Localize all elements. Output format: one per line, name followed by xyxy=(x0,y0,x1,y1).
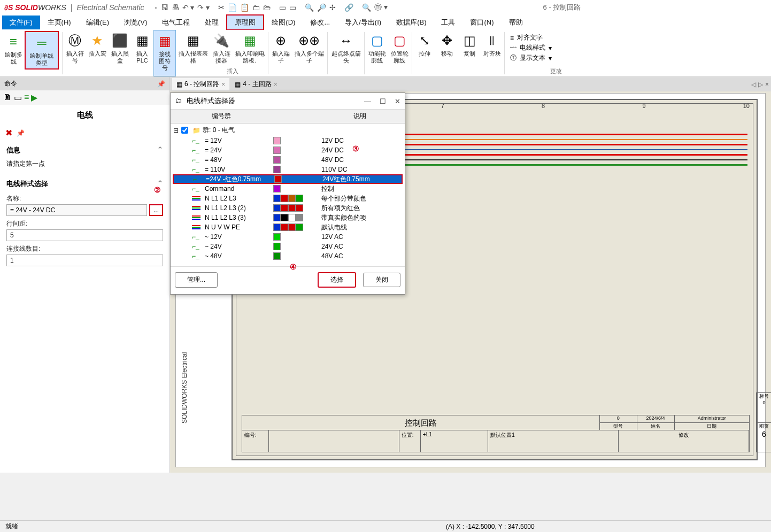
qat-zoom2-icon[interactable]: 🔎 xyxy=(317,3,326,12)
tab-main-circuit[interactable]: ▦4 - 主回路× xyxy=(230,78,281,90)
qat-paste-icon[interactable]: 📋 xyxy=(240,3,249,12)
wire-style-item[interactable]: ⌐_~ 12V12V AC xyxy=(173,232,403,242)
qat-print-icon[interactable]: 🖶 xyxy=(172,3,179,12)
cancel-icon[interactable]: ✖ xyxy=(5,128,12,138)
qat-more-icon[interactable]: ⓜ ▾ xyxy=(374,3,388,12)
qat-redo-icon[interactable]: ↷ ▾ xyxy=(197,3,210,12)
wire-style-item[interactable]: ⌐_=24V -红色0.75mm24V红色0.75mm xyxy=(173,174,403,184)
tab-control-circuit[interactable]: ▦6 - 控制回路× xyxy=(172,78,229,90)
wire-style-item[interactable]: ⌐_~ 24V24V AC xyxy=(173,242,403,251)
menu-database[interactable]: 数据库(B) xyxy=(389,16,434,29)
ribbon-insert-blackbox[interactable]: ⬛插入黑盒 xyxy=(109,30,131,76)
close-button[interactable]: 关闭 xyxy=(363,273,400,287)
close-icon[interactable]: × xyxy=(221,81,225,88)
ribbon-show-text[interactable]: Ⓣ显示文本▾ xyxy=(510,53,552,63)
ribbon-align[interactable]: ⫴对齐块 xyxy=(481,30,503,76)
ribbon-insert-symbol[interactable]: Ⓜ插入符号 xyxy=(64,30,86,76)
close-dialog-icon[interactable]: ✕ xyxy=(395,97,400,105)
root-checkbox[interactable] xyxy=(181,127,188,134)
wire-style-item[interactable]: ⌐_= 24V24V DC xyxy=(173,145,403,155)
close-icon[interactable]: × xyxy=(274,81,277,88)
wire-style-item[interactable]: N L1 L2 L3每个部分带颜色 xyxy=(173,194,403,203)
menu-help[interactable]: 帮助 xyxy=(502,16,530,29)
qat-undo-icon[interactable]: ↶ ▾ xyxy=(182,3,195,12)
tree-root[interactable]: ⊟ 📁 群: 0 - 电气 xyxy=(173,125,403,136)
ribbon-draw-single[interactable]: ═ 绘制单线类型 xyxy=(25,31,59,70)
qat-copy-icon[interactable]: 📄 xyxy=(228,3,237,12)
panel-tool3-icon[interactable]: ≡ xyxy=(24,92,29,103)
tab-next-icon[interactable]: ▷ xyxy=(758,81,763,88)
minimize-icon[interactable]: — xyxy=(364,97,371,105)
panel-tool2-icon[interactable]: ▭ xyxy=(14,92,22,103)
wire-style-item[interactable]: ⌐_~ 48V48V AC xyxy=(173,251,403,261)
qat-new-icon[interactable]: ▫ xyxy=(155,3,158,12)
browse-button[interactable]: ... xyxy=(149,204,163,216)
menu-drawing[interactable]: 绘图(D) xyxy=(264,16,303,29)
tab-close-icon[interactable]: × xyxy=(765,81,769,88)
select-button[interactable]: 选择 xyxy=(318,272,356,288)
name-field[interactable]: = 24V - 24V DC xyxy=(6,204,147,216)
count-field[interactable] xyxy=(6,255,163,266)
menu-modify[interactable]: 修改... xyxy=(303,16,337,29)
collapse-icon[interactable]: ⌃ xyxy=(157,145,163,155)
ribbon-draw-multi[interactable]: ≡ 绘制多线 xyxy=(2,31,25,70)
connector-icon: 🔌 xyxy=(213,32,230,49)
qat-cut-icon[interactable]: ✂ xyxy=(218,3,225,12)
expand-icon[interactable]: ⊟ xyxy=(173,127,179,134)
menu-schematic[interactable]: 原理图 xyxy=(226,14,264,30)
wire-type-icon: ⌐_ xyxy=(192,147,202,153)
menu-file[interactable]: 文件(F) xyxy=(2,16,40,29)
lock-icon[interactable]: 📌 xyxy=(17,129,25,137)
wire-style-desc: 每个部分带颜色 xyxy=(321,194,403,203)
menu-browse[interactable]: 浏览(V) xyxy=(117,16,155,29)
menu-home[interactable]: 主页(H) xyxy=(40,16,79,29)
ribbon-pos-outline[interactable]: ▢位置轮廓线 xyxy=(388,30,411,76)
wire-style-item[interactable]: ⌐_Command控制 xyxy=(173,184,403,194)
wire-style-desc: 24V红色0.75mm xyxy=(322,175,402,184)
qat-save-icon[interactable]: 🖫 xyxy=(161,3,168,12)
dialog-titlebar[interactable]: 🗂 电线样式选择器 — ☐ ✕ xyxy=(171,93,405,110)
spacing-field[interactable] xyxy=(6,229,163,241)
wire-style-item[interactable]: N U V W PE默认电线 xyxy=(173,222,403,232)
wire-style-item[interactable]: ⌐_= 12V12V DC xyxy=(173,136,403,145)
ribbon-func-outline[interactable]: ▢功能轮廓线 xyxy=(366,30,388,76)
ribbon-insert-terminal[interactable]: ⊕插入端子 xyxy=(269,30,292,76)
menu-window[interactable]: 窗口(N) xyxy=(462,16,501,29)
qat-link-icon[interactable]: 🔗 xyxy=(344,3,353,12)
ribbon-insert-plc[interactable]: ▦插入PLC xyxy=(131,30,153,76)
menu-tools[interactable]: 工具 xyxy=(434,16,462,29)
menu-edit[interactable]: 编辑(E) xyxy=(79,16,117,29)
qat-tool2-icon[interactable]: 🗁 xyxy=(263,3,271,12)
wire-style-item[interactable]: ⌐_= 48V48V DC xyxy=(173,155,403,165)
ribbon-insert-multi-terminal[interactable]: ⊕⊕插入多个端子 xyxy=(292,30,326,76)
ribbon-wire-style[interactable]: 〰电线样式▾ xyxy=(510,43,552,52)
panel-tool1-icon[interactable]: 🗎 xyxy=(3,92,12,103)
wire-style-item[interactable]: ⌐_= 110V110V DC xyxy=(173,165,403,174)
qat-zoom-icon[interactable]: 🔍 xyxy=(305,3,314,12)
align-icon: ⫴ xyxy=(483,32,500,49)
qat-rect-icon[interactable]: ▭ xyxy=(279,3,286,12)
ribbon-wire-symbol[interactable]: ▦接线图符号 xyxy=(153,30,176,76)
menu-process[interactable]: 处理 xyxy=(197,16,226,29)
ribbon-stretch[interactable]: ⤡拉伸 xyxy=(413,30,436,76)
qat-tool1-icon[interactable]: 🗀 xyxy=(252,3,260,12)
qat-search-icon[interactable]: 🔍 xyxy=(362,3,371,12)
menu-elec[interactable]: 电气工程 xyxy=(155,16,197,29)
qat-tool3-icon[interactable]: ▭ xyxy=(289,3,296,12)
wire-style-item[interactable]: N L1 L2 L3 (3)带真实颜色的项 xyxy=(173,213,403,222)
ribbon-insert-macro[interactable]: ★插入宏 xyxy=(86,30,109,76)
ribbon-align-text[interactable]: ≡对齐文字 xyxy=(510,33,552,42)
table-icon: ▦ xyxy=(184,32,202,49)
ribbon-move[interactable]: ✥移动 xyxy=(436,30,458,76)
ribbon-copy[interactable]: ◫复制 xyxy=(458,30,481,76)
color-swatches xyxy=(273,185,321,192)
ribbon-origin-point[interactable]: ↔起点终点箭头 xyxy=(329,30,363,76)
wire-style-item[interactable]: N L1 L2 L3 (2)所有项为红色 xyxy=(173,203,403,213)
maximize-icon[interactable]: ☐ xyxy=(380,97,386,105)
panel-play-icon[interactable]: ▶ xyxy=(31,92,37,103)
tab-prev-icon[interactable]: ◁ xyxy=(751,81,756,88)
manage-button[interactable]: 管理... xyxy=(175,272,218,288)
menu-importexport[interactable]: 导入/导出(I) xyxy=(337,16,389,29)
pin-icon[interactable]: 📌 xyxy=(157,80,165,88)
qat-fit-icon[interactable]: ✢ xyxy=(329,3,336,12)
